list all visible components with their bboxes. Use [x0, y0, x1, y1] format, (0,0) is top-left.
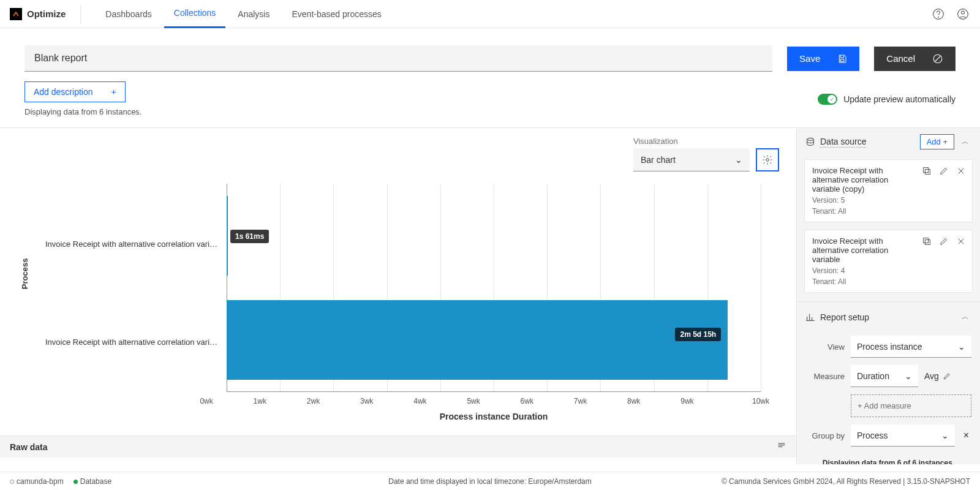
- cat-label-1: Invoice Receipt with alternative correla…: [45, 337, 223, 347]
- chevron-up-icon[interactable]: ︿: [959, 309, 971, 325]
- bar-1[interactable]: [227, 300, 728, 379]
- group-by-select[interactable]: Process ⌄: [851, 424, 955, 447]
- brand-name: Optimize: [27, 9, 66, 19]
- tick-9: 9wk: [680, 397, 734, 405]
- database-icon: [805, 137, 815, 147]
- check-icon: ✓: [830, 97, 834, 102]
- cat-label-0: Invoice Receipt with alternative correla…: [45, 239, 223, 249]
- svg-point-7: [766, 159, 769, 162]
- viz-col: Visualization Bar chart ⌄: [633, 137, 750, 172]
- save-button[interactable]: Save: [787, 47, 859, 71]
- title-row: Save Cancel: [0, 28, 980, 72]
- user-icon[interactable]: [956, 7, 970, 21]
- status-dot-icon: [74, 480, 78, 484]
- view-select[interactable]: Process instance ⌄: [851, 336, 971, 358]
- main-area: Visualization Bar chart ⌄ Process Invoic…: [0, 127, 980, 464]
- tick-3: 3wk: [360, 397, 413, 405]
- engine-status: camunda-bpm: [10, 477, 64, 486]
- view-row: View Process instance ⌄: [797, 332, 980, 361]
- chart-settings-button[interactable]: [756, 148, 779, 172]
- top-nav: Optimize Dashboards Collections Analysis…: [0, 0, 980, 28]
- report-title-input[interactable]: [24, 45, 772, 72]
- nav-tabs: Dashboards Collections Analysis Event-ba…: [96, 0, 391, 28]
- chart-pane: Visualization Bar chart ⌄ Process Invoic…: [0, 128, 796, 464]
- bar-0[interactable]: [227, 196, 228, 275]
- group-by-label: Group by: [805, 431, 845, 440]
- edit-icon[interactable]: [938, 235, 950, 247]
- db-status: Database: [74, 477, 111, 486]
- svg-rect-9: [925, 169, 930, 174]
- nav-tab-dashboards[interactable]: Dashboards: [96, 0, 162, 28]
- measure-row: Measure Duration ⌄ Avg: [797, 361, 980, 391]
- viz-row: Visualization Bar chart ⌄: [17, 137, 779, 172]
- save-label: Save: [799, 53, 820, 64]
- close-icon[interactable]: [955, 165, 967, 177]
- data-source-item-1: Invoice Receipt with alternative correla…: [804, 230, 973, 293]
- timezone-text: Date and time displayed in local timezon…: [388, 477, 592, 486]
- view-label: View: [805, 342, 845, 352]
- edit-icon[interactable]: [938, 165, 950, 177]
- group-by-value: Process: [857, 431, 888, 440]
- copy-icon[interactable]: [921, 165, 933, 177]
- tick-8: 8wk: [627, 397, 680, 405]
- cancel-label: Cancel: [886, 53, 915, 64]
- right-panel: Data source Add + ︿ Invoice Receipt with…: [796, 128, 980, 464]
- ds-tenant-0: Tenant: All: [812, 207, 965, 216]
- nav-tab-analysis[interactable]: Analysis: [228, 0, 279, 28]
- setup-footer: Displaying data from 6 of 6 instances.: [797, 450, 980, 464]
- tick-labels: 0wk 1wk 2wk 3wk 4wk 5wk 6wk 7wk 8wk 9wk …: [227, 397, 761, 405]
- measure-label: Measure: [805, 372, 845, 381]
- report-setup-title: Report setup: [820, 312, 869, 322]
- data-source-item-0: Invoice Receipt with alternative correla…: [804, 159, 973, 222]
- cancel-button[interactable]: Cancel: [874, 47, 956, 71]
- chart-icon: [805, 312, 815, 322]
- tick-1: 1wk: [254, 397, 307, 405]
- auto-preview-toggle[interactable]: ✓: [818, 94, 837, 105]
- value-badge-0: 1s 61ms: [230, 230, 269, 243]
- chevron-up-icon[interactable]: ︿: [959, 134, 971, 149]
- ds-name-0: Invoice Receipt with alternative correla…: [812, 166, 910, 194]
- raw-data-bar[interactable]: Raw data: [0, 435, 796, 458]
- measure-select[interactable]: Duration ⌄: [851, 365, 918, 387]
- add-measure-button[interactable]: + Add measure: [851, 394, 971, 417]
- svg-rect-5: [841, 59, 844, 61]
- tick-4: 4wk: [413, 397, 467, 405]
- sub-row: Add description + Displaying data from 6…: [0, 72, 980, 127]
- save-icon: [837, 54, 847, 64]
- plus-icon: +: [111, 87, 116, 97]
- clear-group-by-icon[interactable]: ×: [961, 430, 971, 441]
- raw-data-title: Raw data: [10, 442, 47, 452]
- brand: Optimize: [10, 5, 81, 23]
- add-description-button[interactable]: Add description +: [24, 81, 126, 102]
- data-source-header: Data source Add + ︿: [797, 128, 980, 156]
- data-source-title: Data source: [820, 137, 866, 148]
- ds-name-1: Invoice Receipt with alternative correla…: [812, 236, 910, 264]
- expand-icon[interactable]: [777, 441, 786, 453]
- svg-point-4: [962, 11, 965, 14]
- viz-label: Visualization: [633, 137, 678, 146]
- help-icon[interactable]: [931, 7, 946, 21]
- tick-6: 6wk: [521, 397, 574, 405]
- measure-agg[interactable]: Avg: [924, 371, 951, 381]
- nav-tab-collections[interactable]: Collections: [164, 0, 225, 28]
- tick-10: 10wk: [752, 397, 769, 405]
- value-badge-1: 2m 5d 15h: [675, 328, 721, 341]
- nav-tab-event-processes[interactable]: Event-based processes: [282, 0, 391, 28]
- cancel-icon: [932, 53, 943, 64]
- tick-2: 2wk: [307, 397, 360, 405]
- ds-version-0: Version: 5: [812, 196, 965, 205]
- add-data-source-button[interactable]: Add +: [920, 134, 954, 149]
- svg-rect-12: [924, 238, 929, 243]
- footer-left: camunda-bpm Database: [10, 477, 111, 486]
- ds-version-1: Version: 4: [812, 266, 965, 275]
- chevron-down-icon: ⌄: [905, 371, 912, 381]
- close-icon[interactable]: [955, 235, 967, 247]
- view-value: Process instance: [857, 342, 922, 352]
- plot-area: 1s 61ms 2m 5d 15h: [227, 184, 761, 392]
- status-dot-icon: [10, 480, 14, 484]
- visualization-select[interactable]: Bar chart ⌄: [633, 148, 750, 172]
- measure-agg-value: Avg: [924, 371, 939, 381]
- copy-icon[interactable]: [921, 235, 933, 247]
- tick-5: 5wk: [467, 397, 520, 405]
- group-by-row: Group by Process ⌄ ×: [797, 421, 980, 450]
